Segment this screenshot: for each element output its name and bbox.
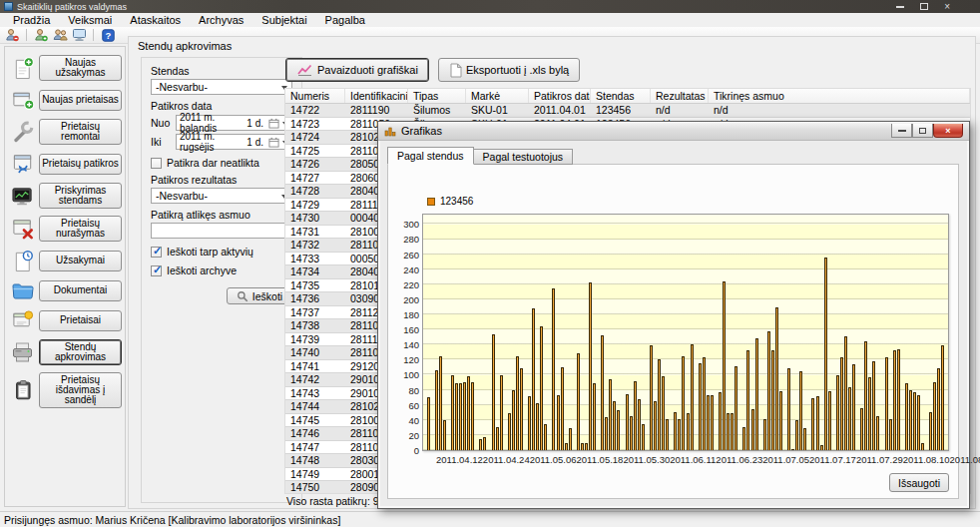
rezultatas-select[interactable]: -Nesvarbu-: [151, 188, 292, 204]
asmuo-input[interactable]: [151, 223, 292, 239]
sidebar-row: Prietaisų remontai: [7, 119, 122, 145]
ieskoti-archyve-checkbox[interactable]: [151, 265, 162, 276]
sidebar-button-prietais-patikros[interactable]: Prietaisų patikros: [39, 154, 122, 175]
table-cell: 123456: [591, 104, 651, 117]
column-header-tikrin-s-asmuo[interactable]: Tikrinęs asmuo: [709, 89, 970, 103]
svg-text:?: ?: [105, 30, 111, 41]
minimize-button[interactable]: [896, 6, 904, 8]
maximize-button[interactable]: [912, 124, 933, 138]
sidebar-button-prietais-nura-ymas[interactable]: Prietaisų nurašymas: [39, 216, 122, 242]
sidebar: Naujas užsakymasNaujas prietaisasPrietai…: [4, 46, 126, 507]
sidebar-button-u-sakymai[interactable]: Užsakymai: [39, 251, 122, 271]
iki-date-picker[interactable]: 2011 m. rugsėjis 1 d.: [176, 134, 292, 150]
monitor-chart-icon: [7, 185, 39, 208]
iki-day-value: 1 d.: [246, 137, 265, 148]
menu-item-prad-ia[interactable]: Pradžia: [4, 13, 59, 27]
menu-item-ataskaitos[interactable]: Ataskaitos: [121, 13, 190, 27]
computer-icon[interactable]: [71, 28, 87, 43]
table-cell: 14732: [285, 239, 345, 252]
graph-window: Grafikas × Pagal stendusPagal testuotoju…: [377, 121, 970, 509]
graph-button[interactable]: Pavaizduoti grafiškai: [285, 58, 429, 82]
user-add-icon[interactable]: [33, 28, 49, 43]
table-cell: n/d: [651, 104, 709, 117]
close-icon[interactable]: ×: [933, 124, 963, 138]
menu-item-archyvas[interactable]: Archyvas: [190, 13, 252, 27]
window-title: Skaitiklių patikros valdymas: [17, 2, 127, 12]
column-header-patikros-data[interactable]: Patikros data: [529, 89, 591, 103]
menu-bar: PradžiaVeiksmaiAtaskaitosArchyvasSubjekt…: [0, 13, 980, 27]
main-window-controls: ×: [896, 2, 976, 12]
chart-y-axis: 0204060801001201401601802002202402602803…: [390, 214, 419, 451]
nuo-date-picker[interactable]: 2011 m. balandis 1 d.: [176, 115, 292, 131]
y-tick-label: 40: [408, 415, 419, 426]
close-button[interactable]: ×: [944, 2, 950, 12]
status-bar: Prisijungęs asmuo: Marius Kričena [Kalib…: [0, 511, 980, 527]
table-row[interactable]: 147222811190ŠilumosSKU-012011.04.0112345…: [285, 104, 970, 118]
x-tick-label: 2011.04.24: [483, 454, 530, 465]
calendar-icon: [268, 118, 279, 129]
maximize-button[interactable]: [920, 3, 928, 10]
minimize-button[interactable]: [891, 124, 912, 138]
column-header-tipas[interactable]: Tipas: [408, 89, 466, 103]
y-tick-label: 280: [403, 234, 419, 245]
tab-pagal-stendus[interactable]: Pagal stendus: [387, 147, 474, 165]
x-tick-label: 2011.05.30: [623, 454, 670, 465]
y-tick-label: 300: [403, 219, 419, 230]
rezultatas-label: Patikros rezultatas: [151, 174, 292, 186]
chart-bars: [423, 215, 948, 450]
table-cell: 14726: [285, 158, 345, 171]
column-header-stendas[interactable]: Stendas: [591, 89, 651, 103]
sidebar-button-prietais-i-davimas-sand-l[interactable]: Prietaisų išdavimas į sandėlį: [39, 372, 122, 408]
ieskoti-archyve-label: Ieškoti archyve: [167, 264, 237, 276]
table-cell: 14733: [285, 253, 345, 265]
sidebar-button-prietaisai[interactable]: Prietaisai: [39, 310, 122, 331]
y-tick-label: 260: [403, 250, 419, 261]
sidebar-row: Užsakymai: [7, 249, 122, 272]
patikra-neatlikta-label: Patikra dar neatlikta: [167, 157, 259, 169]
ieskoti-aktyviu-checkbox[interactable]: [151, 247, 162, 258]
table-cell: 14747: [285, 441, 345, 454]
main-window-titlebar: Skaitiklių patikros valdymas ×: [0, 0, 980, 13]
ieskoti-button[interactable]: Ieškoti: [227, 287, 292, 304]
ieskoti-aktyviu-label: Ieškoti tarp aktyvių: [167, 246, 253, 258]
x-tick-label: 2011.05.06: [530, 454, 577, 465]
legend-swatch: [427, 198, 435, 206]
table-cell: 2811190: [345, 104, 408, 117]
y-tick-label: 20: [408, 430, 419, 441]
tab-pagal-testuotojus[interactable]: Pagal testuotojus: [473, 149, 574, 165]
x-tick-label: 2011.06.11: [670, 454, 716, 465]
menu-item-subjektai[interactable]: Subjektai: [252, 13, 315, 27]
table-header-row: NumerisIdentifikacinis nr.TipasMarkėPati…: [285, 89, 970, 104]
table-cell: 14745: [285, 414, 345, 427]
column-header-identifikacinis-nr[interactable]: Identifikacinis nr.: [345, 89, 408, 103]
table-cell: 14725: [285, 145, 345, 158]
menu-item-pagalba[interactable]: Pagalba: [316, 13, 374, 27]
folder-icon: [7, 279, 39, 301]
column-header-rezultatas[interactable]: Rezultatas: [651, 89, 709, 103]
save-button[interactable]: Išsaugoti: [889, 473, 949, 492]
menu-item-veiksmai[interactable]: Veiksmai: [59, 13, 121, 27]
table-cell: 14722: [285, 104, 345, 117]
sidebar-button-dokumentai[interactable]: Dokumentai: [39, 280, 122, 301]
export-button[interactable]: Eksportuoti į .xls bylą: [438, 58, 580, 82]
table-cell: 14738: [285, 319, 345, 332]
column-header-numeris[interactable]: Numeris: [285, 89, 345, 103]
screen: Skaitiklių patikros valdymas × PradžiaVe…: [0, 0, 980, 527]
sidebar-button-stend-apkrovimas[interactable]: Stendų apkrovimas: [39, 339, 122, 365]
table-cell: 14748: [285, 454, 345, 467]
sidebar-button-prietais-remontai[interactable]: Prietaisų remontai: [39, 119, 122, 145]
users-icon[interactable]: [52, 28, 68, 43]
sidebar-button-naujas-u-sakymas[interactable]: Naujas užsakymas: [39, 55, 122, 81]
chart-icon: [296, 63, 313, 77]
search-icon: [237, 290, 248, 302]
user-logout-icon[interactable]: [4, 28, 20, 43]
sidebar-button-naujas-prietaisas[interactable]: Naujas prietaisas: [39, 90, 122, 111]
column-header-mark[interactable]: Markė: [466, 89, 529, 103]
sidebar-button-priskyrimas-stendams[interactable]: Priskyrimas stendams: [39, 183, 122, 209]
document-clock-icon: [7, 249, 39, 272]
x-tick-label: 2011.06.23: [716, 454, 762, 465]
help-icon[interactable]: ?: [100, 28, 116, 43]
patikra-neatlikta-checkbox[interactable]: [151, 158, 162, 169]
stendas-select[interactable]: -Nesvarbu-: [151, 79, 292, 95]
bar[interactable]: [941, 345, 944, 450]
